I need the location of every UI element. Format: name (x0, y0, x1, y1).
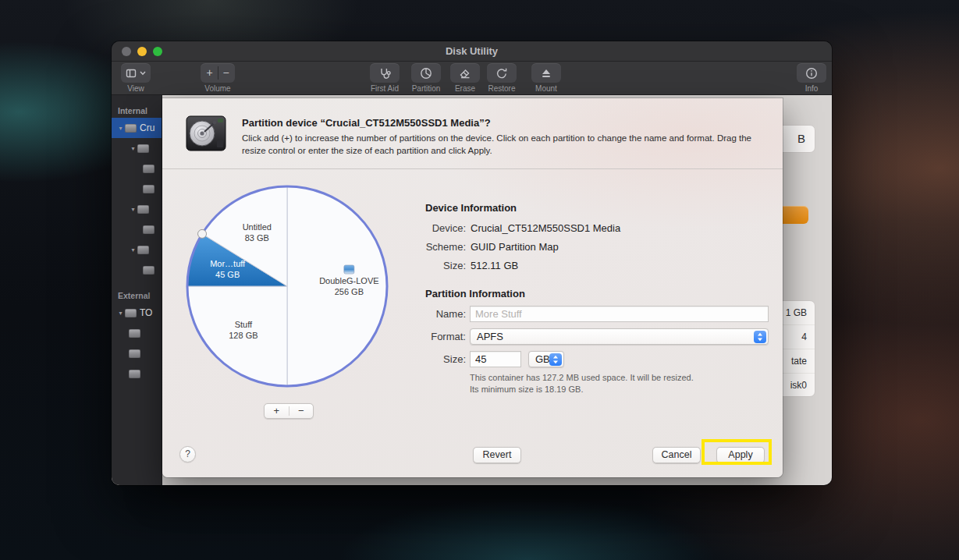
restore-button[interactable] (487, 63, 517, 83)
partition-label: Partition (399, 84, 453, 93)
window-title: Disk Utility (112, 41, 832, 62)
sidebar-row-label: TO (140, 307, 152, 318)
disclosure-triangle-icon[interactable]: ▾ (129, 246, 137, 253)
drive-icon (143, 165, 155, 173)
erase-icon (459, 67, 471, 80)
scheme-value: GUID Partition Map (471, 241, 559, 253)
drive-icon (137, 246, 149, 254)
volume-add-remove[interactable]: + − (201, 63, 235, 83)
size-unit-popup[interactable]: GB (528, 351, 564, 367)
add-partition-button[interactable]: + (265, 404, 289, 418)
sidebar-section-header: External (112, 288, 162, 303)
cancel-button[interactable]: Cancel (652, 447, 701, 463)
drive-icon (143, 266, 155, 275)
size-value: 512.11 GB (471, 260, 518, 271)
drive-icon (137, 144, 149, 153)
sidebar-row[interactable] (112, 260, 162, 280)
info-button[interactable] (797, 63, 826, 83)
scheme-label: Scheme: (394, 241, 466, 253)
restore-label: Restore (474, 84, 529, 93)
partition-resize-handle[interactable] (198, 229, 207, 238)
sidebar-row-label: Cru (140, 122, 155, 133)
mount-label: Mount (519, 84, 574, 93)
erase-button[interactable] (450, 63, 480, 83)
view-label: View (108, 84, 163, 93)
partition-information-heading: Partition Information (425, 288, 525, 299)
scheme-row: Scheme:GUID Partition Map (394, 241, 769, 253)
sidebar-row[interactable] (112, 363, 162, 384)
sidebar-row[interactable] (112, 179, 162, 199)
sidebar: Internal▾Cru▾▾▾External▾TO (112, 95, 162, 485)
drive-icon (125, 309, 137, 317)
disclosure-triangle-icon[interactable]: ▾ (129, 145, 137, 152)
popup-stepper-icon (549, 353, 562, 366)
hard-drive-icon (183, 109, 229, 158)
sidebar-row[interactable] (112, 158, 162, 179)
info-label: Info (784, 84, 839, 93)
popup-stepper-icon (754, 331, 766, 343)
volume-icon (344, 265, 354, 274)
device-information-heading: Device Information (425, 202, 517, 214)
view-button[interactable] (121, 63, 151, 83)
pie-slice-DoubleG-LOVE[interactable] (287, 186, 387, 386)
sheet-description: Click add (+) to increase the number of … (242, 132, 769, 157)
resize-note-line1: This container has 127.2 MB used space. … (470, 373, 694, 382)
chevron-down-icon (140, 71, 146, 76)
remove-volume-button[interactable]: − (218, 64, 234, 82)
mount-button[interactable] (531, 63, 561, 83)
sidebar-row[interactable]: ▾ (112, 239, 162, 260)
sidebar-row[interactable]: ▾ (112, 138, 162, 158)
sheet-header-divider (162, 168, 783, 169)
partition-icon (420, 67, 432, 80)
device-value: Crucial_CT512M550SSD1 Media (471, 222, 620, 234)
mount-eject-icon (540, 67, 552, 80)
partition-pie-chart: DoubleG-LOVE256 GBStuff128 GBMor…tuff45 … (184, 183, 390, 389)
partition-size-input[interactable] (470, 351, 521, 367)
disclosure-triangle-icon[interactable]: ▾ (129, 206, 137, 213)
device-row: Device:Crucial_CT512M550SSD1 Media (394, 222, 769, 234)
remove-partition-button[interactable]: − (289, 404, 314, 418)
partition-add-remove-control: + − (264, 403, 314, 419)
size-unit-value: GB (535, 353, 550, 365)
sidebar-row[interactable] (112, 323, 162, 343)
sheet-title: Partition device “Crucial_CT512M550SSD1 … (242, 117, 491, 129)
disclosure-triangle-icon[interactable]: ▾ (116, 310, 125, 317)
device-label: Device: (394, 222, 466, 234)
drive-icon (137, 205, 149, 214)
partition-name-input[interactable] (470, 306, 769, 322)
first-aid-button[interactable] (370, 63, 400, 83)
drive-icon (129, 329, 140, 338)
restore-icon (495, 67, 508, 80)
format-selected-value: APFS (477, 331, 503, 342)
sidebar-row[interactable]: ▾Cru (112, 118, 162, 138)
sidebar-row[interactable]: ▾ (112, 199, 162, 219)
size-label: Size: (394, 260, 466, 271)
drive-icon (129, 349, 140, 358)
info-icon (805, 67, 818, 80)
desktop: { "window": { "title": "Disk Utility", "… (0, 0, 959, 560)
volume-label: Volume (190, 84, 245, 93)
revert-button[interactable]: Revert (473, 447, 521, 463)
disk-utility-window: Disk Utility View + − Volume First Aid (112, 41, 832, 485)
sidebar-row[interactable] (112, 343, 162, 363)
add-volume-button[interactable]: + (202, 64, 218, 82)
format-field-label: Format: (394, 331, 466, 342)
sidebar-row[interactable]: ▾TO (112, 303, 162, 323)
first-aid-icon (378, 67, 391, 80)
help-button[interactable]: ? (179, 446, 196, 463)
partition-sheet: Partition device “Crucial_CT512M550SSD1 … (162, 98, 783, 477)
titlebar[interactable]: Disk Utility (112, 41, 832, 62)
format-popup[interactable]: APFS (470, 328, 769, 345)
partition-size-field-label: Size: (394, 353, 466, 365)
apply-button[interactable]: Apply (716, 447, 765, 463)
toolbar: View + − Volume First Aid Partition Eras… (112, 62, 832, 95)
sidebar-view-icon (126, 67, 138, 80)
sidebar-section-header: Internal (112, 103, 162, 118)
resize-note-line2: Its minimum size is 18.19 GB. (470, 385, 584, 394)
drive-icon (125, 124, 137, 133)
disclosure-triangle-icon[interactable]: ▾ (116, 125, 125, 132)
first-aid-label: First Aid (357, 84, 412, 93)
size-row: Size:512.11 GB (394, 260, 769, 271)
partition-button[interactable] (411, 63, 441, 83)
sidebar-row[interactable] (112, 219, 162, 239)
